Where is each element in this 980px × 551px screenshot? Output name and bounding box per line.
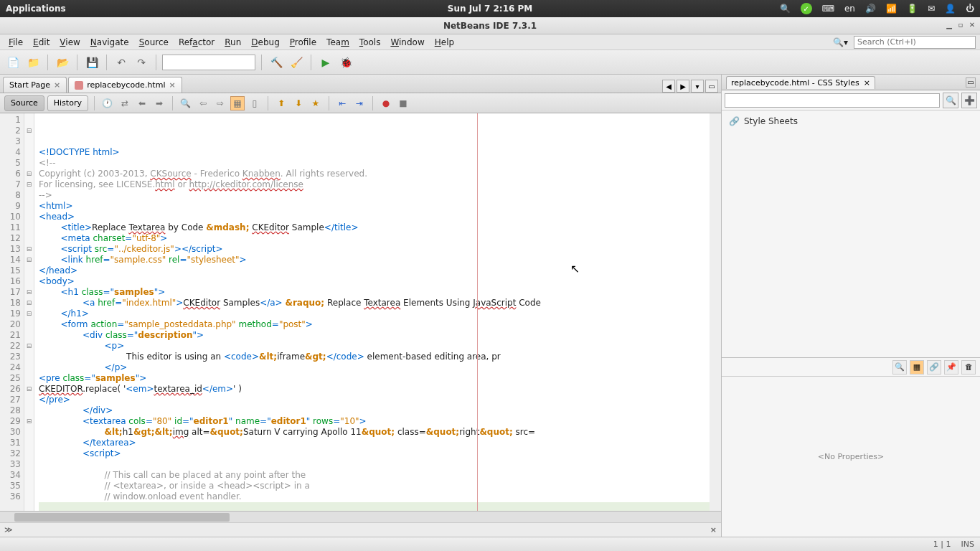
shift-right-icon[interactable]: ⇥ [352,96,367,110]
menu-tools[interactable]: Tools [355,36,385,49]
filter-button[interactable]: 🔍 [943,93,958,108]
system-bar: Applications Sun Jul 7 2:16 PM 🔍 ✓ ⌨ en … [0,0,980,17]
cursor-position: 1 | 1 [933,540,951,549]
menu-team[interactable]: Team [322,36,354,49]
clean-build-button[interactable]: 🧹 [288,54,305,71]
update-icon[interactable]: ✓ [801,3,812,14]
volume-icon[interactable]: 🔊 [865,4,876,14]
undo-button[interactable]: ↶ [113,54,130,71]
breadcrumb-bar: ≫ × [0,522,721,537]
breadcrumb-path[interactable]: ≫ [4,525,13,534]
macro-record-icon[interactable]: ● [379,96,393,110]
diff-icon[interactable]: ⇄ [118,96,132,110]
prev-bookmark-icon[interactable]: ⬆ [274,96,288,110]
menu-navigate[interactable]: Navigate [86,36,133,49]
stylesheets-label: Style Sheets [744,116,798,126]
new-project-button[interactable]: 📁 [24,54,42,71]
editor-tabs: Start Page × replacebycode.html × ◀ ▶ ▾ … [0,75,721,93]
redo-button[interactable]: ↷ [133,54,150,71]
edit-rules-icon[interactable]: ▦ [910,360,924,375]
menu-refactor[interactable]: Refactor [174,36,219,49]
search-props-icon[interactable]: 🔍 [892,360,907,375]
delete-icon[interactable]: 🗑 [961,360,976,375]
menu-view[interactable]: View [55,36,84,49]
next-bookmark-icon[interactable]: ⬇ [291,96,306,110]
find-prev-icon[interactable]: ⇦ [196,96,210,110]
source-view-button[interactable]: Source [4,95,44,111]
no-properties-label: <No Properties> [722,377,980,537]
keyboard-icon[interactable]: ⌨ [822,4,834,14]
run-button[interactable]: ▶ [317,54,334,71]
tab-replacebycode[interactable]: replacebycode.html × [68,77,182,93]
tab-maximize-button[interactable]: ▭ [705,80,718,93]
quicksearch-input[interactable] [854,36,976,49]
fold-column[interactable]: ⊟⊟⊟⊟⊟⊟⊟⊟⊟⊟⊟ [24,113,34,511]
css-styles-tab[interactable]: replacebycode.html - CSS Styles × [726,76,875,89]
nav-back-icon[interactable]: ⬅ [135,96,149,110]
tab-start-page[interactable]: Start Page × [3,77,67,93]
menu-run[interactable]: Run [220,36,245,49]
save-all-button[interactable]: 💾 [83,54,100,71]
close-breadcrumb-icon[interactable]: × [710,525,717,534]
power-icon[interactable]: ⏻ [966,4,974,14]
menu-debug[interactable]: Debug [247,36,283,49]
macro-stop-icon[interactable]: ■ [396,96,410,110]
menu-edit[interactable]: Edit [29,36,54,49]
toggle-bookmark-icon[interactable]: ★ [308,96,323,110]
close-icon[interactable]: × [54,80,60,90]
line-gutter: 1234567891011121314151617181920212223242… [0,113,24,511]
pin-icon[interactable]: 📌 [944,360,958,375]
close-icon[interactable]: × [169,80,175,90]
minimize-button[interactable]: ▁ [944,21,954,31]
shift-left-icon[interactable]: ⇤ [335,96,349,110]
history-view-button[interactable]: History [47,95,88,111]
main-toolbar: 📄 📁 📂 💾 ↶ ↷ 🔨 🧹 ▶ 🐞 [0,50,980,75]
menu-window[interactable]: Window [386,36,428,49]
build-button[interactable]: 🔨 [268,54,285,71]
menu-profile[interactable]: Profile [286,36,321,49]
editor-toolbar: Source History 🕐 ⇄ ⬅ ➡ 🔍 ⇦ ⇨ ▦ ▯ ⬆ ⬇ ★ ⇤… [0,93,721,113]
find-selection-icon[interactable]: 🔍 [179,96,193,110]
tab-list-button[interactable]: ▾ [691,80,704,93]
user-icon[interactable]: 👤 [945,4,956,14]
applications-menu[interactable]: Applications [6,4,66,14]
maximize-button[interactable]: ▫ [956,21,966,31]
right-margin-line [477,113,478,511]
add-rule-button[interactable]: ➕ [961,93,977,108]
menu-source[interactable]: Source [135,36,173,49]
menu-help[interactable]: Help [430,36,458,49]
code-content[interactable]: <!DOCTYPE html><!--Copyright (c) 2003-20… [34,113,710,511]
close-icon[interactable]: × [864,78,870,88]
menu-file[interactable]: File [4,36,27,49]
error-stripe[interactable] [710,113,721,511]
window-titlebar: NetBeans IDE 7.3.1 ▁ ▫ ✕ [0,17,980,34]
last-edit-icon[interactable]: 🕐 [100,96,115,110]
insert-mode[interactable]: INS [961,540,974,549]
language-indicator[interactable]: en [844,4,855,14]
find-next-icon[interactable]: ⇨ [213,96,227,110]
open-project-button[interactable]: 📂 [54,54,71,71]
new-file-button[interactable]: 📄 [4,54,22,71]
mail-icon[interactable]: ✉ [928,4,935,14]
stylesheets-node[interactable]: 🔗 Style Sheets [729,115,973,128]
css-filter-input[interactable] [725,93,940,108]
toggle-highlight-icon[interactable]: ▦ [230,96,245,110]
link-icon[interactable]: 🔗 [927,360,941,375]
nav-fwd-icon[interactable]: ➡ [152,96,166,110]
tab-label: replacebycode.html - CSS Styles [731,78,859,88]
debug-button[interactable]: 🐞 [337,54,354,71]
toggle-rectangular-icon[interactable]: ▯ [248,96,262,110]
search-icon[interactable]: 🔍 [780,4,791,14]
horizontal-scrollbar[interactable] [0,511,721,522]
system-clock[interactable]: Sun Jul 7 2:16 PM [448,4,533,14]
battery-icon[interactable]: 🔋 [907,4,918,14]
tab-next-button[interactable]: ▶ [677,80,689,93]
close-button[interactable]: ✕ [967,21,977,31]
minimize-panel-icon[interactable]: ▭ [966,77,976,88]
tab-prev-button[interactable]: ◀ [662,80,675,93]
code-editor[interactable]: 1234567891011121314151617181920212223242… [0,113,721,511]
quicksearch-icon: 🔍▾ [829,36,852,49]
config-combo[interactable] [162,55,255,70]
wifi-icon[interactable]: 📶 [886,4,897,14]
tab-label: Start Page [9,80,50,90]
